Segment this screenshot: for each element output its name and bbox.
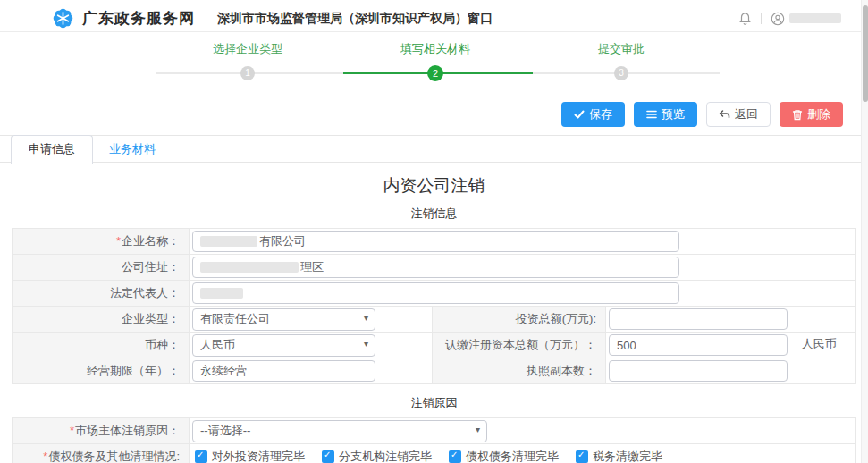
table-row: 经营期限（年）： 执照副本数：	[13, 358, 856, 384]
currency-value: 人民币	[200, 337, 235, 353]
table-row: 市场主体注销原因： --请选择--	[13, 418, 856, 444]
delete-button-label: 删除	[807, 106, 830, 122]
field-label-total-investment: 投资总额(万元):	[516, 312, 596, 325]
return-arrow-icon	[719, 109, 730, 120]
company-address-input[interactable]: 理区	[192, 257, 679, 278]
user-avatar-icon[interactable]	[771, 12, 785, 26]
step-number-badge: 2	[427, 65, 443, 81]
cancellation-reason-table: 市场主体注销原因： --请选择-- 债权债务及其他清理情况: 对外投资清理完毕 …	[12, 417, 856, 463]
tab-business-materials[interactable]: 业务材料	[100, 136, 164, 163]
step-indicator: 选择企业类型 1 填写相关材料 2 提交审批 3	[0, 41, 868, 93]
company-address-visible-text: 理区	[300, 259, 324, 275]
preview-button-label: 预览	[662, 106, 685, 122]
page: 广东政务服务网 深圳市市场监督管理局（深圳市知识产权局）窗口	[0, 0, 868, 463]
table-row: 币种： 人民币 认缴注册资本总额（万元）： 人民币	[13, 333, 856, 358]
checkbox-debts-cleared[interactable]: 债权债务清理完毕	[449, 449, 559, 463]
currency-select[interactable]: 人民币	[192, 334, 375, 357]
field-label-company-type: 企业类型：	[122, 312, 180, 325]
field-label-debt-clearance: 债权债务及其他清理情况:	[43, 450, 180, 463]
step-submit-approval: 提交审批 3	[598, 41, 645, 82]
step-label: 提交审批	[598, 41, 645, 57]
field-label-company-name: 企业名称：	[116, 234, 180, 248]
step-label: 选择企业类型	[213, 41, 282, 57]
legal-rep-input[interactable]	[192, 282, 679, 304]
tab-bar: 申请信息 业务材料	[0, 135, 868, 163]
business-term-input[interactable]	[192, 360, 375, 382]
cancel-reason-value: --请选择--	[200, 423, 250, 439]
debt-clearance-checkbox-group: 对外投资清理完毕 分支机构注销完毕 债权债务清理完毕 税务清缴完毕	[192, 449, 855, 463]
redacted-text-block	[200, 236, 257, 247]
redacted-text-block	[200, 262, 299, 273]
field-label-business-term: 经营期限（年）：	[87, 364, 180, 377]
bell-icon[interactable]	[738, 12, 752, 26]
checkbox-checked-icon[interactable]	[449, 450, 461, 463]
checkbox-label: 对外投资清理完毕	[212, 449, 305, 463]
checkbox-taxes-settled[interactable]: 税务清缴完毕	[576, 449, 662, 463]
field-label-license-copies: 执照副本数：	[527, 364, 596, 377]
license-copies-input[interactable]	[609, 360, 788, 382]
step-number-badge: 1	[240, 66, 255, 80]
section-title-cancellation-info: 注销信息	[0, 206, 868, 222]
site-brand: 广东政务服务网	[82, 8, 195, 29]
user-name-redacted[interactable]	[789, 13, 841, 23]
checkbox-foreign-investment-cleared[interactable]: 对外投资清理完毕	[195, 449, 305, 463]
field-label-legal-rep: 法定代表人：	[110, 286, 180, 299]
tab-application-info[interactable]: 申请信息	[11, 135, 93, 164]
total-investment-input[interactable]	[609, 308, 788, 330]
gov-flower-logo-icon	[52, 7, 74, 29]
company-name-visible-text: 有限公司	[259, 233, 306, 249]
checkbox-label: 分支机构注销完毕	[339, 449, 432, 463]
cancel-reason-select[interactable]: --请选择--	[192, 420, 487, 442]
checkbox-checked-icon[interactable]	[576, 450, 588, 463]
delete-button[interactable]: 删除	[780, 102, 843, 127]
table-row: 公司住址： 理区	[13, 255, 856, 281]
back-button[interactable]: 返回	[706, 102, 771, 127]
save-button[interactable]: 保存	[561, 102, 625, 127]
checkbox-branches-deregistered[interactable]: 分支机构注销完毕	[322, 449, 432, 463]
company-type-value: 有限责任公司	[200, 311, 270, 327]
step-label: 填写相关材料	[400, 41, 470, 57]
save-button-label: 保存	[589, 106, 612, 122]
registered-capital-input[interactable]	[609, 334, 788, 356]
field-label-registered-capital: 认缴注册资本总额（万元）：	[445, 338, 596, 351]
step-number-badge: 3	[614, 66, 628, 80]
preview-button[interactable]: 预览	[634, 102, 697, 127]
step-fill-materials: 填写相关材料 2	[400, 41, 470, 82]
check-icon	[574, 109, 585, 120]
registered-capital-currency-suffix: 人民币	[802, 337, 837, 350]
step-choose-type: 选择企业类型 1	[213, 41, 282, 82]
field-label-currency: 币种：	[145, 338, 180, 351]
company-name-input[interactable]: 有限公司	[192, 231, 679, 252]
section-title-cancellation-reason: 注销原因	[0, 395, 868, 411]
redacted-text-block	[200, 288, 243, 299]
vertical-scrollbar[interactable]	[861, 0, 868, 463]
header-divider	[206, 12, 206, 26]
table-row: 企业名称： 有限公司	[13, 229, 856, 255]
scrollbar-thumb[interactable]	[863, 5, 868, 102]
field-label-cancel-reason: 市场主体注销原因：	[70, 424, 180, 437]
checkbox-label: 税务清缴完毕	[593, 449, 662, 463]
toolbar: 保存 预览 返回 删除	[0, 102, 868, 127]
checkbox-checked-icon[interactable]	[322, 450, 334, 463]
field-label-company-address: 公司住址：	[122, 260, 180, 274]
department-title: 深圳市市场监督管理局（深圳市知识产权局）窗口	[217, 11, 493, 27]
table-row: 法定代表人：	[13, 281, 856, 307]
header-divider	[761, 13, 762, 24]
header: 广东政务服务网 深圳市市场监督管理局（深圳市知识产权局）窗口	[0, 0, 868, 32]
checkbox-label: 债权债务清理完毕	[466, 449, 559, 463]
company-type-select[interactable]: 有限责任公司	[192, 308, 375, 331]
trash-icon	[792, 109, 803, 121]
page-title: 内资公司注销	[0, 174, 868, 198]
table-row: 债权债务及其他清理情况: 对外投资清理完毕 分支机构注销完毕 债权债务清理完毕	[13, 444, 856, 463]
table-row: 企业类型： 有限责任公司 投资总额(万元):	[13, 307, 856, 333]
cancellation-info-table: 企业名称： 有限公司 公司住址： 理区 法定代表人：	[12, 228, 856, 384]
checkbox-checked-icon[interactable]	[195, 450, 207, 463]
back-button-label: 返回	[735, 106, 758, 122]
list-icon	[646, 109, 657, 120]
